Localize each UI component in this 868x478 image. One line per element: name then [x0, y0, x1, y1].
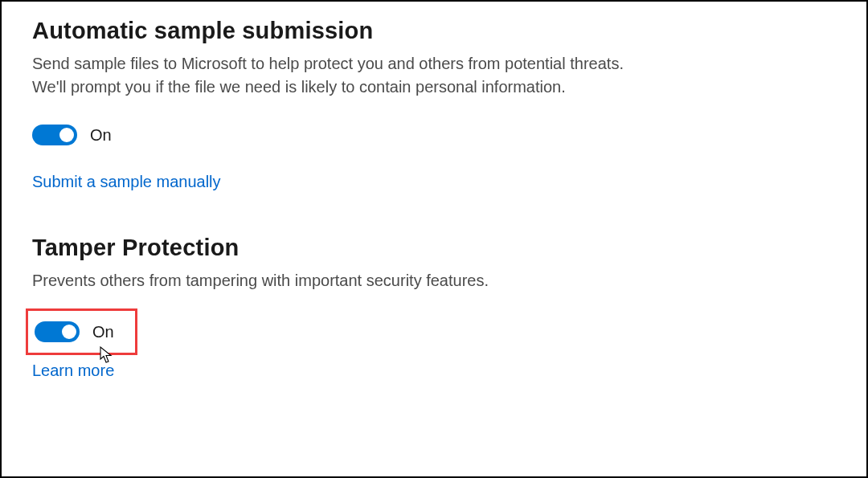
automatic-sample-toggle[interactable] [32, 125, 77, 145]
automatic-sample-toggle-label: On [90, 126, 112, 145]
automatic-sample-title: Automatic sample submission [32, 18, 836, 44]
tamper-protection-toggle[interactable] [35, 321, 80, 342]
tamper-protection-toggle-label: On [92, 323, 114, 341]
toggle-knob [62, 325, 76, 339]
tamper-protection-highlight: On [26, 308, 137, 355]
automatic-sample-submission-section: Automatic sample submission Send sample … [32, 18, 836, 191]
tamper-protection-description: Prevents others from tampering with impo… [32, 269, 643, 292]
tamper-protection-section: Tamper Protection Prevents others from t… [32, 235, 836, 380]
learn-more-link[interactable]: Learn more [32, 362, 114, 380]
automatic-sample-description: Send sample files to Microsoft to help p… [32, 52, 643, 99]
toggle-knob [59, 128, 74, 142]
submit-sample-link[interactable]: Submit a sample manually [32, 173, 221, 191]
tamper-protection-title: Tamper Protection [32, 235, 836, 261]
automatic-sample-toggle-row: On [32, 125, 836, 145]
